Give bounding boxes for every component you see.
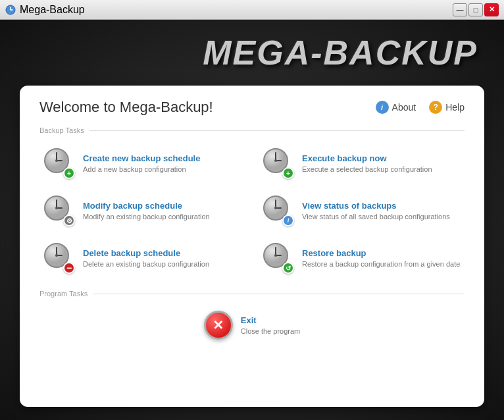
welcome-title: Welcome to Mega-Backup! xyxy=(39,99,213,116)
execute-clock-icon: + xyxy=(263,147,294,179)
svg-point-6 xyxy=(55,159,58,162)
restore-task-desc: Restore a backup configuration from a gi… xyxy=(302,260,460,268)
title-bar-left: Mega-Backup xyxy=(5,4,85,16)
restore-badge: ↺ xyxy=(282,262,294,274)
view-clock-icon: i xyxy=(263,195,294,226)
view-task-title: View status of backups xyxy=(302,201,450,211)
execute-badge: + xyxy=(282,167,294,179)
execute-task-title: Execute backup now xyxy=(302,153,432,163)
delete-badge: − xyxy=(63,262,75,274)
svg-point-18 xyxy=(274,207,277,209)
modify-badge: ⚙ xyxy=(63,215,75,226)
exit-desc: Close the program xyxy=(241,327,301,335)
view-backup-item[interactable]: i View status of backups View status of … xyxy=(259,190,465,232)
exit-x-symbol: ✕ xyxy=(213,319,224,332)
help-label: Help xyxy=(445,102,465,113)
app-icon xyxy=(5,5,16,15)
execute-backup-item[interactable]: + Execute backup now Execute a selected … xyxy=(259,142,465,184)
title-bar: Mega-Backup — □ ✕ xyxy=(0,0,504,20)
program-tasks-label: Program Tasks xyxy=(39,290,465,298)
modify-clock-icon: ⚙ xyxy=(43,195,75,226)
delete-task-title: Delete backup schedule xyxy=(83,248,209,258)
logo-text: MEGA-BACKUP xyxy=(203,33,478,72)
restore-task-title: Restore backup xyxy=(302,248,460,258)
restore-backup-item[interactable]: ↺ Restore backup Restore a backup config… xyxy=(259,237,465,279)
modify-backup-item[interactable]: ⚙ Modify backup schedule Modify an exist… xyxy=(39,190,245,232)
exit-icon: ✕ xyxy=(204,311,233,340)
header-row: Welcome to Mega-Backup! i About ? Help xyxy=(39,99,465,116)
logo-area: MEGA-BACKUP xyxy=(0,20,504,86)
content-panel: Welcome to Mega-Backup! i About ? Help B… xyxy=(20,86,484,407)
view-task-desc: View status of all saved backup configur… xyxy=(302,213,450,221)
execute-task-content: Execute backup now Execute a selected ba… xyxy=(302,153,432,173)
info-icon: i xyxy=(376,101,389,114)
view-task-content: View status of backups View status of al… xyxy=(302,201,450,221)
restore-task-content: Restore backup Restore a backup configur… xyxy=(302,248,460,268)
backup-tasks-section-label: Backup Tasks xyxy=(39,126,465,134)
delete-task-content: Delete backup schedule Delete an existin… xyxy=(83,248,209,268)
execute-task-desc: Execute a selected backup configuration xyxy=(302,165,432,173)
view-badge: i xyxy=(282,215,294,226)
delete-task-desc: Delete an existing backup configuration xyxy=(83,260,209,268)
svg-point-14 xyxy=(55,207,58,209)
about-link[interactable]: i About xyxy=(376,101,416,114)
modify-task-title: Modify backup schedule xyxy=(83,201,210,211)
create-task-content: Create new backup schedule Add a new bac… xyxy=(83,153,200,173)
tasks-grid: + Create new backup schedule Add a new b… xyxy=(39,142,465,279)
restore-clock-icon: ↺ xyxy=(263,242,294,274)
exit-title: Exit xyxy=(241,315,301,325)
svg-point-26 xyxy=(274,254,277,257)
modify-task-desc: Modify an existing backup configuration xyxy=(83,213,210,221)
delete-clock-icon: − xyxy=(43,242,75,274)
minimize-button[interactable]: — xyxy=(453,3,467,16)
svg-point-10 xyxy=(274,159,277,162)
title-bar-buttons: — □ ✕ xyxy=(453,3,499,16)
create-task-desc: Add a new backup configuration xyxy=(83,165,200,173)
help-link[interactable]: ? Help xyxy=(429,101,465,114)
exit-row: ✕ Exit Close the program xyxy=(39,305,465,345)
svg-point-22 xyxy=(55,254,58,257)
exit-content: Exit Close the program xyxy=(241,315,301,335)
maximize-button[interactable]: □ xyxy=(468,3,483,16)
exit-item[interactable]: ✕ Exit Close the program xyxy=(193,305,311,345)
program-tasks-section: Program Tasks ✕ Exit Close the program xyxy=(39,290,465,345)
create-badge: + xyxy=(63,167,75,179)
title-bar-text: Mega-Backup xyxy=(20,4,85,16)
help-icon: ? xyxy=(429,101,442,114)
create-clock-icon: + xyxy=(43,147,75,179)
create-backup-item[interactable]: + Create new backup schedule Add a new b… xyxy=(39,142,245,184)
delete-backup-item[interactable]: − Delete backup schedule Delete an exist… xyxy=(39,237,245,279)
modify-task-content: Modify backup schedule Modify an existin… xyxy=(83,201,210,221)
about-label: About xyxy=(392,102,416,113)
header-links: i About ? Help xyxy=(376,101,465,114)
create-task-title: Create new backup schedule xyxy=(83,153,200,163)
close-button[interactable]: ✕ xyxy=(484,3,499,16)
main-background: MEGA-BACKUP Welcome to Mega-Backup! i Ab… xyxy=(0,20,504,420)
